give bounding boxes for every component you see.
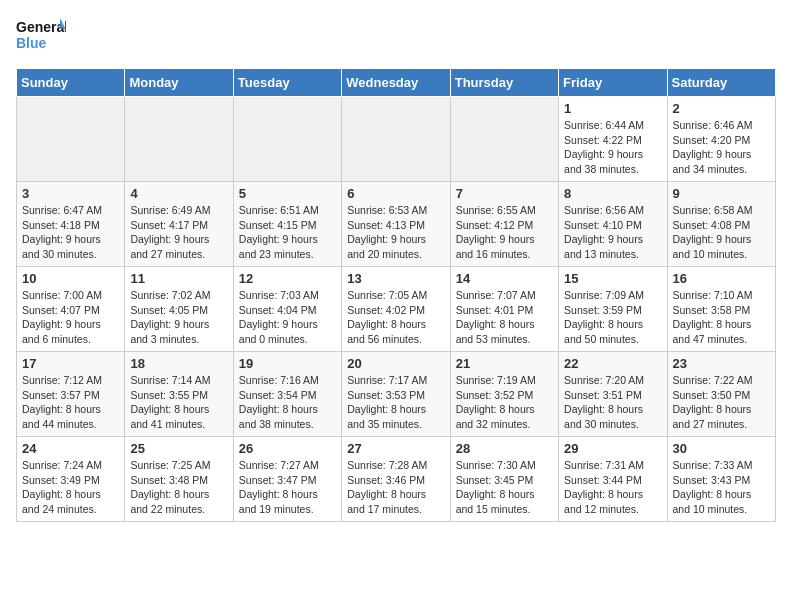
day-number: 23 <box>673 356 770 371</box>
day-number: 9 <box>673 186 770 201</box>
day-info: Sunrise: 6:47 AM Sunset: 4:18 PM Dayligh… <box>22 203 119 262</box>
day-number: 15 <box>564 271 661 286</box>
calendar-cell: 14Sunrise: 7:07 AM Sunset: 4:01 PM Dayli… <box>450 267 558 352</box>
calendar-cell: 7Sunrise: 6:55 AM Sunset: 4:12 PM Daylig… <box>450 182 558 267</box>
calendar-cell: 1Sunrise: 6:44 AM Sunset: 4:22 PM Daylig… <box>559 97 667 182</box>
day-number: 8 <box>564 186 661 201</box>
calendar-cell: 6Sunrise: 6:53 AM Sunset: 4:13 PM Daylig… <box>342 182 450 267</box>
weekday-header: Monday <box>125 69 233 97</box>
calendar-cell: 8Sunrise: 6:56 AM Sunset: 4:10 PM Daylig… <box>559 182 667 267</box>
day-info: Sunrise: 7:10 AM Sunset: 3:58 PM Dayligh… <box>673 288 770 347</box>
calendar-cell: 20Sunrise: 7:17 AM Sunset: 3:53 PM Dayli… <box>342 352 450 437</box>
day-number: 28 <box>456 441 553 456</box>
calendar-week-row: 24Sunrise: 7:24 AM Sunset: 3:49 PM Dayli… <box>17 437 776 522</box>
calendar-cell: 13Sunrise: 7:05 AM Sunset: 4:02 PM Dayli… <box>342 267 450 352</box>
calendar-cell: 9Sunrise: 6:58 AM Sunset: 4:08 PM Daylig… <box>667 182 775 267</box>
day-number: 18 <box>130 356 227 371</box>
weekday-header: Tuesday <box>233 69 341 97</box>
calendar-week-row: 1Sunrise: 6:44 AM Sunset: 4:22 PM Daylig… <box>17 97 776 182</box>
day-number: 21 <box>456 356 553 371</box>
calendar-week-row: 17Sunrise: 7:12 AM Sunset: 3:57 PM Dayli… <box>17 352 776 437</box>
calendar-cell: 2Sunrise: 6:46 AM Sunset: 4:20 PM Daylig… <box>667 97 775 182</box>
calendar-cell: 4Sunrise: 6:49 AM Sunset: 4:17 PM Daylig… <box>125 182 233 267</box>
day-number: 16 <box>673 271 770 286</box>
calendar-cell: 3Sunrise: 6:47 AM Sunset: 4:18 PM Daylig… <box>17 182 125 267</box>
weekday-header: Thursday <box>450 69 558 97</box>
calendar-cell <box>125 97 233 182</box>
day-info: Sunrise: 6:46 AM Sunset: 4:20 PM Dayligh… <box>673 118 770 177</box>
calendar-cell: 24Sunrise: 7:24 AM Sunset: 3:49 PM Dayli… <box>17 437 125 522</box>
day-info: Sunrise: 6:51 AM Sunset: 4:15 PM Dayligh… <box>239 203 336 262</box>
day-info: Sunrise: 7:07 AM Sunset: 4:01 PM Dayligh… <box>456 288 553 347</box>
day-number: 30 <box>673 441 770 456</box>
calendar-cell: 12Sunrise: 7:03 AM Sunset: 4:04 PM Dayli… <box>233 267 341 352</box>
day-info: Sunrise: 7:12 AM Sunset: 3:57 PM Dayligh… <box>22 373 119 432</box>
day-number: 22 <box>564 356 661 371</box>
day-number: 6 <box>347 186 444 201</box>
day-info: Sunrise: 7:03 AM Sunset: 4:04 PM Dayligh… <box>239 288 336 347</box>
svg-text:Blue: Blue <box>16 35 47 51</box>
day-info: Sunrise: 7:09 AM Sunset: 3:59 PM Dayligh… <box>564 288 661 347</box>
logo: General Blue <box>16 16 66 56</box>
calendar-cell: 25Sunrise: 7:25 AM Sunset: 3:48 PM Dayli… <box>125 437 233 522</box>
calendar-cell <box>342 97 450 182</box>
day-info: Sunrise: 7:22 AM Sunset: 3:50 PM Dayligh… <box>673 373 770 432</box>
calendar-cell <box>17 97 125 182</box>
day-info: Sunrise: 7:00 AM Sunset: 4:07 PM Dayligh… <box>22 288 119 347</box>
weekday-header: Saturday <box>667 69 775 97</box>
day-info: Sunrise: 7:33 AM Sunset: 3:43 PM Dayligh… <box>673 458 770 517</box>
day-number: 25 <box>130 441 227 456</box>
day-info: Sunrise: 7:02 AM Sunset: 4:05 PM Dayligh… <box>130 288 227 347</box>
logo-svg: General Blue <box>16 16 66 56</box>
calendar-cell: 10Sunrise: 7:00 AM Sunset: 4:07 PM Dayli… <box>17 267 125 352</box>
day-info: Sunrise: 7:30 AM Sunset: 3:45 PM Dayligh… <box>456 458 553 517</box>
day-number: 27 <box>347 441 444 456</box>
day-number: 17 <box>22 356 119 371</box>
day-number: 20 <box>347 356 444 371</box>
day-info: Sunrise: 7:20 AM Sunset: 3:51 PM Dayligh… <box>564 373 661 432</box>
day-number: 5 <box>239 186 336 201</box>
calendar-cell: 16Sunrise: 7:10 AM Sunset: 3:58 PM Dayli… <box>667 267 775 352</box>
day-info: Sunrise: 7:14 AM Sunset: 3:55 PM Dayligh… <box>130 373 227 432</box>
day-info: Sunrise: 6:56 AM Sunset: 4:10 PM Dayligh… <box>564 203 661 262</box>
day-number: 1 <box>564 101 661 116</box>
day-number: 2 <box>673 101 770 116</box>
day-info: Sunrise: 7:25 AM Sunset: 3:48 PM Dayligh… <box>130 458 227 517</box>
calendar-cell: 23Sunrise: 7:22 AM Sunset: 3:50 PM Dayli… <box>667 352 775 437</box>
calendar-cell: 21Sunrise: 7:19 AM Sunset: 3:52 PM Dayli… <box>450 352 558 437</box>
day-info: Sunrise: 7:31 AM Sunset: 3:44 PM Dayligh… <box>564 458 661 517</box>
day-number: 14 <box>456 271 553 286</box>
calendar-cell: 30Sunrise: 7:33 AM Sunset: 3:43 PM Dayli… <box>667 437 775 522</box>
day-number: 26 <box>239 441 336 456</box>
weekday-header: Sunday <box>17 69 125 97</box>
day-info: Sunrise: 6:55 AM Sunset: 4:12 PM Dayligh… <box>456 203 553 262</box>
day-number: 4 <box>130 186 227 201</box>
day-info: Sunrise: 7:19 AM Sunset: 3:52 PM Dayligh… <box>456 373 553 432</box>
calendar-header-row: SundayMondayTuesdayWednesdayThursdayFrid… <box>17 69 776 97</box>
day-number: 12 <box>239 271 336 286</box>
calendar-cell: 11Sunrise: 7:02 AM Sunset: 4:05 PM Dayli… <box>125 267 233 352</box>
day-number: 13 <box>347 271 444 286</box>
day-info: Sunrise: 6:44 AM Sunset: 4:22 PM Dayligh… <box>564 118 661 177</box>
day-number: 29 <box>564 441 661 456</box>
day-info: Sunrise: 7:28 AM Sunset: 3:46 PM Dayligh… <box>347 458 444 517</box>
calendar-cell <box>450 97 558 182</box>
calendar-week-row: 3Sunrise: 6:47 AM Sunset: 4:18 PM Daylig… <box>17 182 776 267</box>
svg-text:General: General <box>16 19 66 35</box>
calendar-cell: 17Sunrise: 7:12 AM Sunset: 3:57 PM Dayli… <box>17 352 125 437</box>
day-info: Sunrise: 6:58 AM Sunset: 4:08 PM Dayligh… <box>673 203 770 262</box>
calendar-cell: 19Sunrise: 7:16 AM Sunset: 3:54 PM Dayli… <box>233 352 341 437</box>
day-info: Sunrise: 7:05 AM Sunset: 4:02 PM Dayligh… <box>347 288 444 347</box>
calendar-cell: 5Sunrise: 6:51 AM Sunset: 4:15 PM Daylig… <box>233 182 341 267</box>
day-number: 7 <box>456 186 553 201</box>
day-info: Sunrise: 6:49 AM Sunset: 4:17 PM Dayligh… <box>130 203 227 262</box>
day-number: 3 <box>22 186 119 201</box>
weekday-header: Wednesday <box>342 69 450 97</box>
day-number: 24 <box>22 441 119 456</box>
calendar-table: SundayMondayTuesdayWednesdayThursdayFrid… <box>16 68 776 522</box>
day-info: Sunrise: 6:53 AM Sunset: 4:13 PM Dayligh… <box>347 203 444 262</box>
day-info: Sunrise: 7:16 AM Sunset: 3:54 PM Dayligh… <box>239 373 336 432</box>
weekday-header: Friday <box>559 69 667 97</box>
calendar-cell: 29Sunrise: 7:31 AM Sunset: 3:44 PM Dayli… <box>559 437 667 522</box>
day-number: 19 <box>239 356 336 371</box>
